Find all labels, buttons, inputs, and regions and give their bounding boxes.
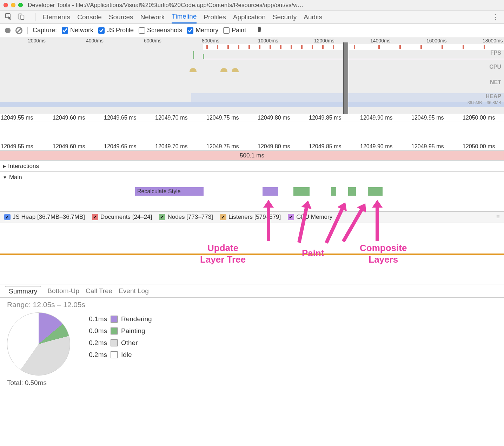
overview-pane[interactable]: 2000ms 4000ms 6000ms 8000ms 10000ms 1200… — [0, 37, 504, 114]
capture-network[interactable]: Network — [62, 27, 93, 34]
separator — [35, 13, 35, 21]
flame-composite-layers[interactable] — [368, 187, 383, 196]
tab-application[interactable]: Application — [233, 11, 266, 23]
mem-gpu[interactable]: ✓GPU Memory — [288, 214, 332, 221]
tab-security[interactable]: Security — [273, 11, 297, 23]
tab-summary[interactable]: Summary — [5, 286, 41, 297]
zoom-window-icon[interactable] — [18, 3, 23, 7]
swatch-icon — [111, 351, 118, 358]
garbage-collect-icon[interactable] — [256, 26, 263, 35]
svg-rect-0 — [6, 14, 10, 18]
tab-bottomup[interactable]: Bottom-Up — [47, 287, 79, 295]
tab-calltree[interactable]: Call Tree — [86, 287, 112, 295]
more-menu-icon[interactable]: ⋮ — [491, 13, 499, 22]
annotation-composite-layers: Composite Layers — [360, 242, 407, 265]
overview-tick: 18000ms — [483, 38, 503, 43]
tab-elements[interactable]: Elements — [42, 11, 70, 23]
capture-paint[interactable]: Paint — [223, 27, 246, 34]
annotation-arrow — [267, 206, 270, 241]
capture-memory[interactable]: Memory — [187, 27, 218, 34]
fps-spike — [203, 54, 204, 59]
flame-update-layer-tree[interactable] — [263, 187, 278, 196]
tab-sources[interactable]: Sources — [109, 11, 133, 23]
network-lane — [0, 122, 504, 143]
inspect-element-icon[interactable] — [5, 13, 12, 21]
summary-pie-chart — [7, 312, 70, 376]
separator — [251, 27, 251, 34]
fps-line — [204, 59, 504, 59]
summary-legend: 0.1msRendering 0.0msPainting 0.2msOther … — [84, 315, 152, 359]
main-section[interactable]: ▼Main — [0, 172, 504, 183]
graph-line — [0, 254, 504, 255]
overview-tick: 4000ms — [86, 38, 104, 43]
overview-tick: 8000ms — [202, 38, 219, 43]
overview-tick: 6000ms — [144, 38, 161, 43]
overview-tick: 16000ms — [426, 38, 447, 43]
mem-nodes[interactable]: ✓Nodes [773–773] — [159, 214, 213, 221]
summary-total: Total: 0.50ms — [7, 379, 70, 387]
flamechart[interactable]: Recalculate Style — [0, 183, 504, 211]
swatch-icon — [111, 327, 118, 334]
tab-profiles[interactable]: Profiles — [204, 11, 226, 23]
window-title: Developer Tools - file:///Applications/V… — [28, 2, 500, 9]
legend-other: 0.2msOther — [84, 339, 152, 347]
heap-area — [0, 102, 504, 107]
legend-painting: 0.0msPainting — [84, 327, 152, 335]
separator — [27, 27, 28, 34]
tab-timeline[interactable]: Timeline — [172, 11, 197, 23]
annotation-update-layer-tree: Update Layer Tree — [200, 242, 246, 265]
interactions-section[interactable]: ▶Interactions — [0, 161, 504, 172]
memory-graph: Update Layer Tree Paint Composite Layers — [0, 223, 504, 284]
cpu-label: CPU — [489, 64, 501, 70]
mem-documents[interactable]: ✓Documents [24–24] — [92, 214, 152, 221]
memory-legend-row: ✓JS Heap [36.7MB–36.7MB] ✓Documents [24–… — [0, 211, 504, 223]
mem-listeners[interactable]: ✓Listeners [579–579] — [220, 214, 281, 221]
capture-bar: Capture: Network JS Profile Screenshots … — [0, 24, 504, 37]
capture-label: Capture: — [33, 27, 57, 34]
flame-paint[interactable] — [331, 187, 336, 196]
tab-console[interactable]: Console — [77, 11, 102, 23]
tab-audits[interactable]: Audits — [304, 11, 322, 23]
fps-label: FPS — [490, 50, 501, 56]
titlebar: Developer Tools - file:///Applications/V… — [0, 0, 504, 11]
flame-paint[interactable] — [293, 187, 310, 196]
detail-ruler-mid[interactable]: 12049.55 ms 12049.60 ms 12049.65 ms 1204… — [0, 143, 504, 151]
overview-cursor[interactable] — [343, 42, 348, 114]
annotation-paint: Paint — [302, 248, 324, 259]
fps-spike — [193, 51, 194, 59]
device-toolbar-icon[interactable] — [18, 13, 25, 21]
flame-recalculate-style[interactable]: Recalculate Style — [135, 187, 204, 196]
cpu-bump — [220, 68, 227, 72]
overview-tick: 12000ms — [314, 38, 334, 43]
flame-paint[interactable] — [348, 187, 356, 196]
tab-network[interactable]: Network — [140, 11, 165, 23]
svg-rect-2 — [21, 15, 24, 20]
clear-icon[interactable] — [15, 27, 22, 34]
record-icon[interactable] — [5, 28, 11, 33]
mem-jsheap[interactable]: ✓JS Heap [36.7MB–36.7MB] — [4, 214, 85, 221]
summary-panel: Range: 12.05s – 12.05s Total: 0.50ms 0.1… — [0, 298, 504, 390]
swatch-icon — [111, 339, 118, 346]
capture-screenshots[interactable]: Screenshots — [139, 27, 182, 34]
minimize-window-icon[interactable] — [11, 3, 15, 7]
capture-jsprofile[interactable]: JS Profile — [98, 27, 134, 34]
cpu-bump — [232, 68, 239, 72]
close-window-icon[interactable] — [4, 3, 8, 7]
devtools-tabbar: Elements Console Sources Network Timelin… — [0, 11, 504, 24]
summary-range: Range: 12.05s – 12.05s — [7, 300, 497, 309]
cpu-bump — [190, 68, 197, 72]
legend-idle: 0.2msIdle — [84, 351, 152, 359]
overview-tick: 10000ms — [258, 38, 278, 43]
summary-tabbar: Summary Bottom-Up Call Tree Event Log — [0, 284, 504, 298]
heap-range: 36.5MB – 36.8MB — [467, 100, 501, 105]
tab-eventlog[interactable]: Event Log — [119, 287, 149, 295]
memory-menu-icon[interactable]: ≡ — [496, 214, 500, 221]
annotation-arrow — [376, 206, 379, 241]
detail-ruler-top[interactable]: 12049.55 ms 12049.60 ms 12049.65 ms 1204… — [0, 114, 504, 122]
overview-tick: 2000ms — [28, 38, 46, 43]
frame-duration: 500.1 ms — [0, 151, 504, 161]
net-label: NET — [490, 79, 501, 86]
overview-frames — [203, 44, 504, 50]
legend-rendering: 0.1msRendering — [84, 315, 152, 323]
graph-line — [0, 253, 504, 254]
